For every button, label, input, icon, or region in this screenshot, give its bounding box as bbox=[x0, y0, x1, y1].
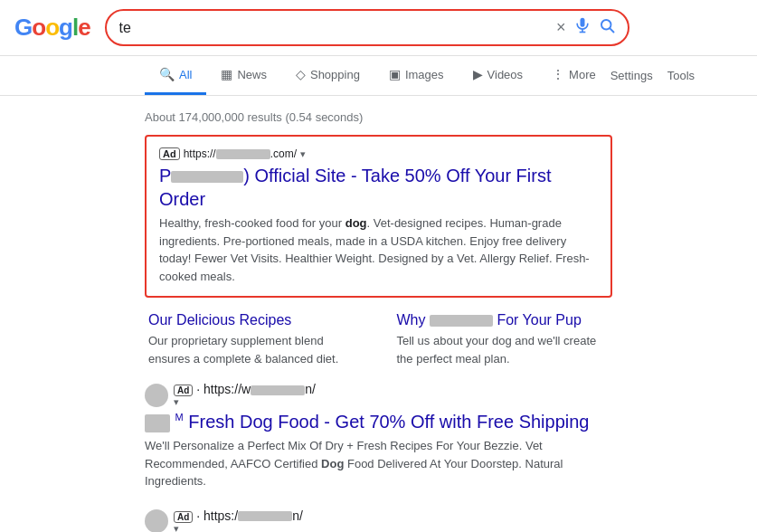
nav-tabs: 🔍 All ▦ News ◇ Shopping ▣ Images ▶ Video… bbox=[0, 56, 757, 96]
header: Google × bbox=[0, 0, 757, 56]
shopping-icon: ◇ bbox=[296, 67, 306, 81]
logo-g2: g bbox=[59, 14, 72, 41]
search-icon[interactable] bbox=[599, 17, 615, 38]
sub-link-2-desc: Tell us about your dog and we'll create … bbox=[397, 332, 610, 367]
google-logo[interactable]: Google bbox=[14, 14, 90, 42]
results-area: About 174,000,000 results (0.54 seconds)… bbox=[0, 96, 757, 532]
settings-link[interactable]: Settings bbox=[610, 69, 653, 82]
ad2-dropdown-icon[interactable]: ▾ bbox=[174, 396, 316, 408]
ad3-header: Ad · https:/ n/ ▾ bbox=[145, 508, 612, 533]
tools-link[interactable]: Tools bbox=[667, 69, 695, 82]
more-icon: ⋮ bbox=[552, 67, 564, 81]
ad3-domain: Ad · https:/ n/ bbox=[174, 508, 303, 523]
sub-link-1-title[interactable]: Our Delicious Recipes bbox=[148, 312, 361, 328]
tab-news[interactable]: ▦ News bbox=[206, 56, 281, 95]
ad-result-1: Ad https:// .com/ ▾ P ) Official Site - … bbox=[145, 135, 612, 298]
videos-icon: ▶ bbox=[473, 67, 483, 81]
ad1-url: https:// .com/ bbox=[184, 147, 297, 160]
logo-g: G bbox=[14, 14, 32, 41]
nav-settings: Settings Tools bbox=[610, 58, 695, 93]
tab-images-label: Images bbox=[405, 68, 444, 81]
ad3-dropdown-icon[interactable]: ▾ bbox=[174, 523, 303, 533]
clear-icon[interactable]: × bbox=[556, 18, 566, 37]
ad-badge-1: Ad bbox=[159, 147, 180, 160]
ad2-badge: Ad bbox=[174, 385, 193, 396]
tab-videos-label: Videos bbox=[487, 68, 524, 81]
ad1-desc: Healthy, fresh-cooked food for your dog.… bbox=[159, 214, 598, 285]
ad1-dropdown-icon[interactable]: ▾ bbox=[300, 148, 306, 160]
sub-link-2-blur bbox=[430, 315, 493, 327]
logo-o1: o bbox=[32, 14, 45, 41]
ad2-favicon bbox=[145, 384, 168, 407]
ad-result-2: Ad · https://w n/ ▾ M Fresh Dog Food - G… bbox=[145, 382, 612, 490]
sub-links: Our Delicious Recipes Our proprietary su… bbox=[145, 312, 612, 367]
sub-link-2: Why For Your Pup Tell us about your dog … bbox=[397, 312, 610, 367]
ad3-url-info: Ad · https:/ n/ ▾ bbox=[174, 508, 303, 533]
ad3-favicon bbox=[145, 509, 168, 532]
logo-e: e bbox=[78, 14, 90, 41]
tab-shopping-label: Shopping bbox=[310, 68, 360, 81]
tab-images[interactable]: ▣ Images bbox=[374, 56, 459, 95]
sub-link-2-title[interactable]: Why For Your Pup bbox=[397, 312, 610, 328]
search-input[interactable] bbox=[119, 20, 549, 36]
ad-label-1: Ad https:// .com/ ▾ bbox=[159, 147, 598, 160]
tab-more-label: More bbox=[569, 68, 596, 81]
mic-icon[interactable] bbox=[573, 16, 591, 39]
logo-o2: o bbox=[45, 14, 59, 41]
tab-news-label: News bbox=[237, 68, 267, 81]
search-bar: × bbox=[105, 9, 629, 46]
ad1-title[interactable]: P ) Official Site - Take 50% Off Your Fi… bbox=[159, 164, 598, 211]
sub-link-1-desc: Our proprietary supplement blend ensures… bbox=[148, 332, 361, 367]
ad2-desc: We'll Personalize a Perfect Mix Of Dry +… bbox=[145, 437, 612, 490]
ad2-url-info: Ad · https://w n/ ▾ bbox=[174, 382, 316, 408]
tab-videos[interactable]: ▶ Videos bbox=[459, 56, 538, 95]
all-icon: 🔍 bbox=[159, 67, 175, 81]
images-icon: ▣ bbox=[389, 67, 401, 81]
ad-result-3: Ad · https:/ n/ ▾ Dog Food - Real. Pure.… bbox=[145, 508, 612, 533]
ad2-domain: Ad · https://w n/ bbox=[174, 382, 316, 396]
ad2-header: Ad · https://w n/ ▾ bbox=[145, 382, 612, 408]
ad2-domain-blur bbox=[251, 385, 305, 395]
ad2-title[interactable]: M Fresh Dog Food - Get 70% Off with Free… bbox=[145, 410, 612, 433]
ad3-badge: Ad bbox=[174, 511, 193, 523]
sub-link-1: Our Delicious Recipes Our proprietary su… bbox=[148, 312, 361, 367]
svg-line-4 bbox=[610, 28, 613, 32]
ad1-domain-blur bbox=[216, 149, 270, 159]
tab-all-label: All bbox=[179, 68, 192, 81]
ad2-title-favicon bbox=[145, 414, 170, 432]
ad1-title-blur bbox=[171, 171, 243, 183]
tab-more[interactable]: ⋮ More bbox=[537, 56, 610, 95]
news-icon: ▦ bbox=[221, 67, 232, 81]
results-stats: About 174,000,000 results (0.54 seconds) bbox=[145, 110, 612, 124]
tab-shopping[interactable]: ◇ Shopping bbox=[281, 56, 374, 95]
ad3-domain-blur bbox=[238, 511, 292, 521]
tab-all[interactable]: 🔍 All bbox=[145, 56, 206, 95]
svg-rect-0 bbox=[580, 18, 584, 27]
